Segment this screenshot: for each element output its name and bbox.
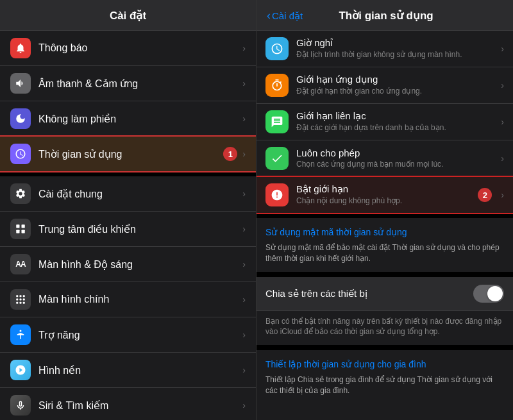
share-desc: Bạn có thể bật tính năng này trên bất kỳ… bbox=[256, 311, 513, 346]
svg-rect-12 bbox=[23, 302, 25, 304]
luonchophep-chevron: › bbox=[501, 153, 504, 164]
giorni-text: Giờ nghỉ Đặt lịch trình thời gian không … bbox=[296, 37, 497, 60]
left-title: Cài đặt bbox=[110, 10, 146, 22]
sidebar-item-manhinhchinh[interactable]: Màn hình chính › bbox=[0, 282, 256, 317]
giohanapdung-text: Giới hạn ứng dụng Đặt giới hạn thời gian… bbox=[296, 74, 497, 97]
manhinh-chevron: › bbox=[242, 259, 246, 269]
passcode-desc: Sử dụng mật mã để bảo mật cài đặt Thời g… bbox=[265, 242, 504, 264]
control-center-icon bbox=[10, 219, 31, 239]
hinhen-chevron: › bbox=[242, 365, 246, 375]
giorni-title: Giờ nghỉ bbox=[296, 37, 497, 49]
thoigian-badge: 1 bbox=[223, 147, 237, 161]
siri-icon bbox=[10, 395, 31, 416]
siri-label: Siri & Tìm kiếm bbox=[38, 399, 242, 412]
r-item-giorni[interactable]: Giờ nghỉ Đặt lịch trình thời gian không … bbox=[256, 31, 513, 67]
r-item-giohanapdung[interactable]: Giới hạn ứng dụng Đặt giới hạn thời gian… bbox=[256, 67, 513, 104]
left-panel: Cài đặt Thông báo › Âm thanh & Cảm ứng › bbox=[0, 0, 256, 420]
right-panel: ‹ Cài đặt Thời gian sử dụng Giờ nghỉ Đặt… bbox=[256, 0, 513, 420]
r-item-giohanlienac[interactable]: Giới hạn liên lạc Đặt các giới hạn dựa t… bbox=[256, 104, 513, 140]
svg-rect-11 bbox=[20, 302, 22, 304]
sidebar-item-trungtam[interactable]: Trung tâm điều khiển › bbox=[0, 212, 256, 247]
app-limit-icon bbox=[265, 74, 289, 97]
sidebar-item-thoigian[interactable]: Thời gian sử dụng 1 › bbox=[0, 137, 256, 171]
batgioihan-title: Bật giới hạn bbox=[296, 183, 478, 195]
svg-rect-10 bbox=[16, 302, 18, 304]
manhinhchinh-chevron: › bbox=[242, 294, 246, 305]
settings-group-1: Thông báo › Âm thanh & Cảm ứng › Không l… bbox=[0, 31, 256, 171]
giohanlienac-text: Giới hạn liên lạc Đặt các giới hạn dựa t… bbox=[296, 110, 497, 133]
batgioihan-sub: Chặn nội dung không phù hợp. bbox=[296, 196, 478, 206]
back-button[interactable]: ‹ Cài đặt bbox=[267, 9, 303, 22]
right-header: ‹ Cài đặt Thời gian sử dụng bbox=[256, 0, 513, 31]
gear-icon bbox=[10, 183, 31, 204]
sidebar-item-manhinh[interactable]: AA Màn hình & Độ sáng › bbox=[0, 247, 256, 282]
batgioihan-chevron: › bbox=[501, 190, 504, 200]
sidebar-item-khonglam[interactable]: Không làm phiền › bbox=[0, 101, 256, 137]
giohanapdung-chevron: › bbox=[501, 80, 504, 90]
svg-point-13 bbox=[20, 330, 22, 332]
sidebar-item-thongbao[interactable]: Thông báo › bbox=[0, 31, 256, 66]
amthanh-label: Âm thanh & Cảm ứng bbox=[38, 78, 242, 90]
giohanlienac-chevron: › bbox=[501, 117, 504, 127]
giohanapdung-sub: Đặt giới hạn thời gian cho ứng dụng. bbox=[296, 87, 497, 97]
trungtam-label: Trung tâm điều khiển bbox=[38, 223, 242, 235]
screentime-icon bbox=[10, 144, 31, 164]
sidebar-item-hinhen[interactable]: Hình nền › bbox=[0, 353, 256, 388]
caidatchung-chevron: › bbox=[242, 189, 246, 199]
svg-rect-5 bbox=[20, 295, 22, 297]
right-title: Thời gian sử dụng bbox=[308, 9, 464, 22]
caidatchung-label: Cài đặt chung bbox=[38, 188, 242, 200]
luonchophep-sub: Chọn các ứng dụng mà bạn muốn mọi lúc. bbox=[296, 160, 497, 170]
share-label: Chia sẻ trên các thiết bị bbox=[265, 288, 473, 299]
r-item-luonchophep[interactable]: Luôn cho phép Chọn các ứng dụng mà bạn m… bbox=[256, 140, 513, 177]
giorni-chevron: › bbox=[501, 44, 504, 54]
left-header: Cài đặt bbox=[0, 0, 256, 31]
giorni-icon bbox=[265, 37, 289, 60]
contact-limit-icon bbox=[265, 110, 289, 133]
manhinhchinh-label: Màn hình chính bbox=[38, 294, 242, 305]
share-toggle[interactable] bbox=[473, 285, 504, 303]
svg-rect-4 bbox=[16, 295, 18, 297]
sidebar-item-amthanh[interactable]: Âm thanh & Cảm ứng › bbox=[0, 66, 256, 101]
notification-icon bbox=[10, 38, 31, 58]
svg-rect-1 bbox=[22, 224, 25, 228]
hinhen-label: Hình nền bbox=[38, 364, 242, 376]
sidebar-item-tronang[interactable]: Trợ năng › bbox=[0, 317, 256, 353]
right-content: Giờ nghỉ Đặt lịch trình thời gian không … bbox=[256, 31, 513, 420]
svg-rect-3 bbox=[22, 230, 25, 233]
moon-icon bbox=[10, 108, 31, 129]
settings-list: Thông báo › Âm thanh & Cảm ứng › Không l… bbox=[0, 31, 256, 420]
r-item-batgioihan[interactable]: Bật giới hạn Chặn nội dung không phù hợp… bbox=[256, 177, 513, 213]
svg-rect-2 bbox=[16, 230, 19, 233]
settings-group-2: Cài đặt chung › Trung tâm điều khiển › A… bbox=[0, 171, 256, 420]
manhinh-label: Màn hình & Độ sáng bbox=[38, 258, 242, 271]
svg-rect-0 bbox=[16, 224, 19, 228]
passcode-title: Sử dụng mật mã thời gian sử dụng bbox=[265, 227, 504, 237]
screentime-items-section: Giờ nghỉ Đặt lịch trình thời gian không … bbox=[256, 31, 513, 213]
wallpaper-icon bbox=[10, 360, 31, 380]
passcode-section: Sử dụng mật mã thời gian sử dụng Sử dụng… bbox=[256, 213, 513, 272]
home-screen-icon bbox=[10, 289, 31, 310]
svg-rect-7 bbox=[16, 299, 18, 301]
svg-rect-8 bbox=[20, 299, 22, 301]
share-row: Chia sẻ trên các thiết bị bbox=[256, 277, 513, 311]
batgioihan-badge: 2 bbox=[478, 188, 492, 202]
sidebar-item-caidatchung[interactable]: Cài đặt chung › bbox=[0, 176, 256, 212]
giohanlienac-title: Giới hạn liên lạc bbox=[296, 110, 497, 122]
family-title: Thiết lập thời gian sử dụng cho gia đình bbox=[265, 359, 504, 369]
accessibility-icon bbox=[10, 324, 31, 345]
luonchophep-title: Luôn cho phép bbox=[296, 147, 497, 158]
giorni-sub: Đặt lịch trình thời gian không sử dụng m… bbox=[296, 50, 497, 60]
trungtam-chevron: › bbox=[242, 224, 246, 234]
always-allowed-icon bbox=[265, 147, 289, 170]
family-section: Thiết lập thời gian sử dụng cho gia đình… bbox=[256, 345, 513, 403]
giohanlienac-sub: Đặt các giới hạn dựa trên danh bạ của bạ… bbox=[296, 123, 497, 133]
svg-rect-9 bbox=[23, 299, 25, 301]
thoigian-label: Thời gian sử dụng bbox=[38, 148, 223, 160]
amthanh-chevron: › bbox=[242, 78, 246, 88]
sound-icon bbox=[10, 73, 31, 94]
tronang-chevron: › bbox=[242, 330, 246, 340]
giohanapdung-title: Giới hạn ứng dụng bbox=[296, 74, 497, 85]
sidebar-item-siri[interactable]: Siri & Tìm kiếm › bbox=[0, 388, 256, 420]
siri-chevron: › bbox=[242, 400, 246, 410]
